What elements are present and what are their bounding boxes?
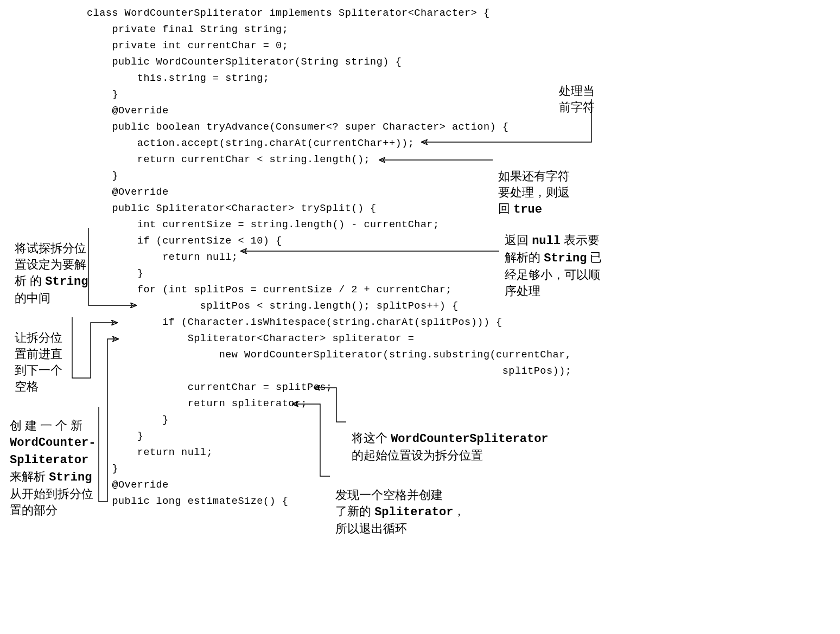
annot-set-start: 将这个 WordCounterSpliterator 的起始位置设为拆分位置 xyxy=(352,414,549,464)
annot-create-new: 创 建 一 个 新 WordCounter- Spliterator 来解析 S… xyxy=(10,401,97,518)
annot-advance-split: 让拆分位 置前进直 到下一个 空格 xyxy=(15,313,80,395)
annot-return-true: 如果还有字符 要处理，则返 回 true xyxy=(498,152,570,218)
annot-process-current-char: 处理当 前字符 xyxy=(559,67,595,116)
annot-split-mid: 将试探拆分位 置设定为要解 析 的 String 的中间 xyxy=(15,224,91,306)
annot-return-null: 返回 null 表示要 解析的 String 已 经足够小，可以顺 序处理 xyxy=(505,216,629,299)
annot-exit-loop: 发现一个空格并创建 了新的 Spliterator， 所以退出循环 xyxy=(335,471,465,537)
